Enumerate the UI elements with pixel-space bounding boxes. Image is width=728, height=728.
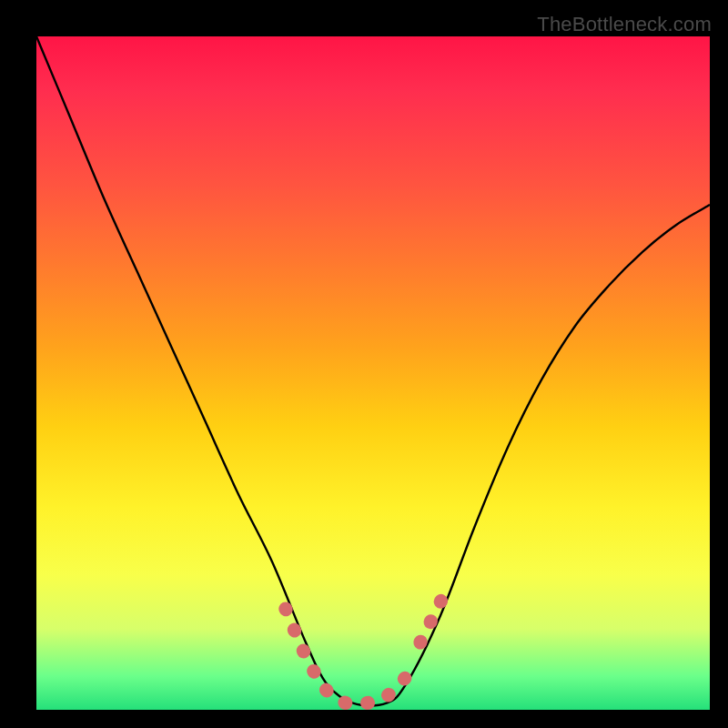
plot-area (36, 36, 710, 710)
highlight-segments (286, 589, 448, 704)
curve-path (36, 36, 710, 705)
watermark-brand: TheBottleneck.com (537, 13, 712, 36)
chart-frame: TheBottleneck.com (0, 0, 728, 728)
highlight-segment (286, 609, 407, 704)
highlight-segment (420, 589, 448, 642)
bottleneck-curve (36, 36, 710, 710)
